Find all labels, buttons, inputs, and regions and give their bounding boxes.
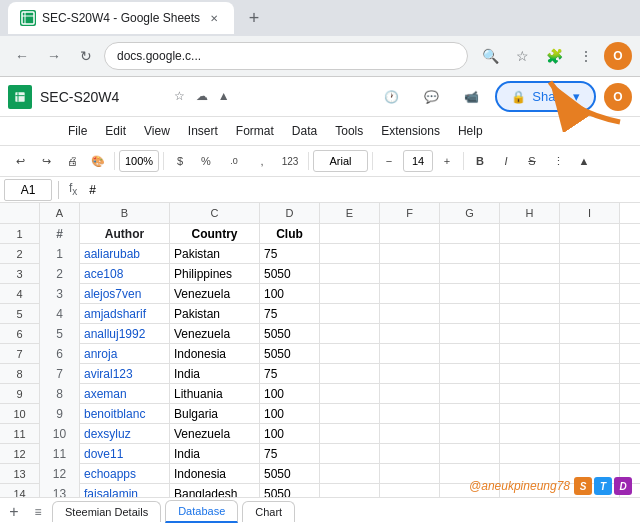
share-button[interactable]: 🔒 Share ▾: [495, 81, 596, 112]
address-bar[interactable]: docs.google.c...: [104, 42, 468, 70]
grid-cell[interactable]: echoapps: [80, 464, 170, 484]
grid-cell[interactable]: dexsyluz: [80, 424, 170, 444]
grid-cell[interactable]: [440, 324, 500, 344]
grid-cell[interactable]: [500, 384, 560, 404]
grid-cell[interactable]: [560, 244, 620, 264]
grid-cell[interactable]: [380, 444, 440, 464]
grid-cell[interactable]: anroja: [80, 344, 170, 364]
grid-cell[interactable]: 5050: [260, 324, 320, 344]
grid-cell[interactable]: [320, 284, 380, 304]
tab-chart[interactable]: Chart: [242, 501, 295, 522]
grid-cell[interactable]: [320, 244, 380, 264]
back-button[interactable]: ←: [8, 42, 36, 70]
italic-button[interactable]: I: [494, 149, 518, 173]
grid-cell[interactable]: [560, 424, 620, 444]
bookmark-icon[interactable]: ☆: [508, 42, 536, 70]
grid-cell[interactable]: Lithuania: [170, 384, 260, 404]
grid-cell[interactable]: [560, 284, 620, 304]
grid-cell[interactable]: 7: [40, 364, 80, 384]
grid-cell[interactable]: aaliarubab: [80, 244, 170, 264]
grid-cell[interactable]: [560, 224, 620, 244]
row-header-9[interactable]: 9: [0, 384, 40, 404]
grid-cell[interactable]: axeman: [80, 384, 170, 404]
grid-cell[interactable]: Philippines: [170, 264, 260, 284]
grid-cell[interactable]: [380, 324, 440, 344]
grid-cell[interactable]: 5050: [260, 464, 320, 484]
grid-cell[interactable]: [560, 404, 620, 424]
row-header-3[interactable]: 3: [0, 264, 40, 284]
col-header-g[interactable]: G: [440, 203, 500, 223]
grid-cell[interactable]: 10: [40, 424, 80, 444]
grid-cell[interactable]: [320, 304, 380, 324]
user-avatar[interactable]: O: [604, 83, 632, 111]
grid-cell[interactable]: [440, 384, 500, 404]
tab-steemian-details[interactable]: Steemian Details: [52, 501, 161, 522]
grid-cell[interactable]: [500, 264, 560, 284]
grid-cell[interactable]: [500, 404, 560, 424]
grid-cell[interactable]: [560, 264, 620, 284]
bold-button[interactable]: B: [468, 149, 492, 173]
grid-cell[interactable]: [320, 464, 380, 484]
grid-cell[interactable]: [500, 444, 560, 464]
menu-view[interactable]: View: [136, 122, 178, 140]
grid-cell[interactable]: 8: [40, 384, 80, 404]
grid-cell[interactable]: alejos7ven: [80, 284, 170, 304]
tab-close-button[interactable]: ✕: [206, 10, 222, 26]
comma-button[interactable]: ,: [250, 149, 274, 173]
grid-cell[interactable]: 5050: [260, 264, 320, 284]
menu-file[interactable]: File: [60, 122, 95, 140]
col-header-h[interactable]: H: [500, 203, 560, 223]
grid-cell[interactable]: amjadsharif: [80, 304, 170, 324]
font-size-input[interactable]: [403, 150, 433, 172]
grid-cell[interactable]: [440, 444, 500, 464]
grid-cell[interactable]: [380, 304, 440, 324]
menu-format[interactable]: Format: [228, 122, 282, 140]
grid-cell[interactable]: [320, 424, 380, 444]
grid-cell[interactable]: dove11: [80, 444, 170, 464]
more-icon[interactable]: ⋮: [572, 42, 600, 70]
comments-icon[interactable]: 💬: [415, 81, 447, 113]
grid-cell[interactable]: 75: [260, 444, 320, 464]
grid-cell[interactable]: 100: [260, 404, 320, 424]
collapse-toolbar-button[interactable]: ▲: [572, 149, 596, 173]
menu-data[interactable]: Data: [284, 122, 325, 140]
search-icon[interactable]: 🔍: [476, 42, 504, 70]
col-header-e[interactable]: E: [320, 203, 380, 223]
col-header-f[interactable]: F: [380, 203, 440, 223]
increase-font-button[interactable]: +: [435, 149, 459, 173]
print-button[interactable]: 🖨: [60, 149, 84, 173]
forward-button[interactable]: →: [40, 42, 68, 70]
sheet-menu-button[interactable]: ≡: [28, 502, 48, 522]
row-header-8[interactable]: 8: [0, 364, 40, 384]
grid-cell[interactable]: 5050: [260, 344, 320, 364]
grid-cell[interactable]: [560, 444, 620, 464]
zoom-input[interactable]: [119, 150, 159, 172]
grid-cell[interactable]: 100: [260, 424, 320, 444]
undo-button[interactable]: ↩: [8, 149, 32, 173]
grid-cell[interactable]: [440, 344, 500, 364]
grid-cell[interactable]: [380, 224, 440, 244]
grid-cell[interactable]: [440, 264, 500, 284]
row-header-1[interactable]: 1: [0, 224, 40, 244]
extensions-icon[interactable]: 🧩: [540, 42, 568, 70]
redo-button[interactable]: ↪: [34, 149, 58, 173]
grid-cell[interactable]: [500, 244, 560, 264]
grid-cell[interactable]: [440, 224, 500, 244]
grid-cell[interactable]: [500, 284, 560, 304]
grid-cell[interactable]: Club: [260, 224, 320, 244]
menu-edit[interactable]: Edit: [97, 122, 134, 140]
grid-cell[interactable]: [500, 364, 560, 384]
row-header-7[interactable]: 7: [0, 344, 40, 364]
grid-cell[interactable]: [320, 404, 380, 424]
grid-cell[interactable]: [380, 424, 440, 444]
row-header-12[interactable]: 12: [0, 444, 40, 464]
grid-cell[interactable]: 75: [260, 304, 320, 324]
grid-cell[interactable]: ace108: [80, 264, 170, 284]
col-header-d[interactable]: D: [260, 203, 320, 223]
percent-button[interactable]: %: [194, 149, 218, 173]
profile-avatar[interactable]: O: [604, 42, 632, 70]
grid-cell[interactable]: [500, 424, 560, 444]
grid-cell[interactable]: [440, 424, 500, 444]
grid-cell[interactable]: 75: [260, 244, 320, 264]
grid-cell[interactable]: 11: [40, 444, 80, 464]
